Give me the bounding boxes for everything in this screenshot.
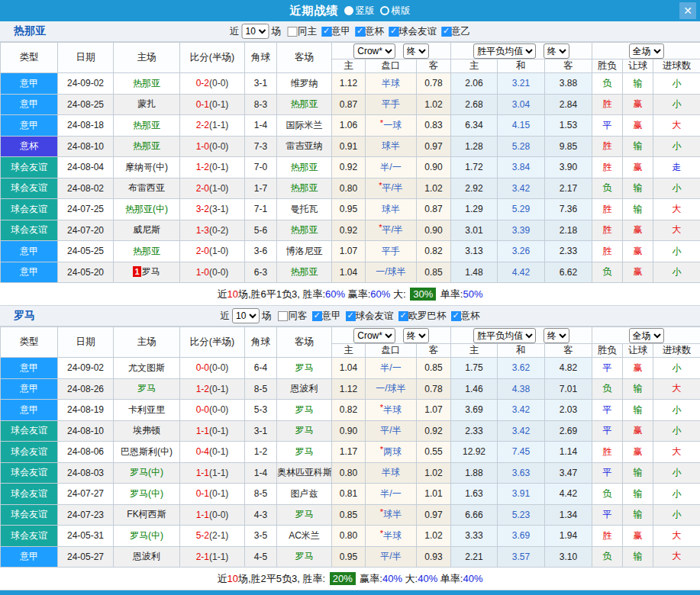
avg-time-select[interactable]: 终 — [544, 43, 569, 59]
match-row: 意甲24-05-25热那亚2-0(1-0)3-6博洛尼亚1.07平手0.823.… — [1, 241, 700, 262]
col-header-away: 客场 — [277, 327, 332, 358]
section-header: 热那亚 近 10 场 同主 意甲 意杯 球会友谊 意乙 — [0, 21, 700, 42]
avg-away: 9.85 — [545, 136, 592, 157]
result-cell: 平 — [592, 400, 623, 421]
match-count-select[interactable]: 10 — [232, 308, 260, 323]
panel-title: 近期战绩 — [290, 4, 339, 18]
odds-away: 0.55 — [417, 442, 451, 463]
odds-home: 0.87 — [332, 94, 366, 115]
league-checkbox-1[interactable] — [346, 311, 356, 321]
corner-score: 8-5 — [245, 378, 277, 400]
league-checkbox-2[interactable] — [398, 311, 408, 321]
odds-away: 0.97 — [417, 504, 451, 526]
avg-draw: 4.15 — [498, 115, 545, 137]
away-team-cell: 热那亚 — [277, 220, 332, 241]
scope-select[interactable]: 全场 — [629, 328, 664, 343]
close-button[interactable]: ✕ — [679, 2, 696, 19]
avg-time-select[interactable]: 终 — [544, 328, 569, 343]
layout-vertical-option[interactable]: 竖版 — [344, 5, 375, 18]
odds-home: 1.06 — [332, 115, 366, 137]
league-badge: 意甲 — [1, 115, 58, 137]
goals-cell: 小 — [653, 400, 700, 421]
big-rate-badge: 30% — [410, 288, 436, 301]
summary-text: 60% — [370, 288, 390, 300]
match-row: 意甲24-08-18热那亚2-2(1-1)1-4国际米兰1.06*一球0.836… — [1, 115, 700, 137]
avg-draw: 3.26 — [498, 241, 545, 262]
avg-draw: 3.57 — [498, 546, 545, 568]
score-cell: 0-1(0-1) — [180, 94, 245, 115]
fulltime-score: 1-2 — [196, 162, 209, 172]
fulltime-score: 2-1 — [196, 552, 209, 562]
col-header-result: 胜负 — [592, 344, 623, 358]
handicap: 平手 — [366, 241, 417, 262]
col-header-odds-home: 主 — [332, 344, 366, 358]
odds-time-select[interactable]: 终 — [403, 43, 429, 59]
handicap: 半球 — [366, 73, 417, 95]
away-team-cell: 罗马 — [277, 442, 332, 463]
avg-type-select[interactable]: 胜平负均值 — [473, 43, 536, 59]
away-team-cell: 热那亚 — [277, 262, 332, 283]
avg-home: 3.01 — [451, 220, 498, 241]
col-header-avg-away: 客 — [545, 60, 592, 73]
col-header-corner: 角球 — [245, 43, 277, 73]
match-date: 24-08-18 — [58, 115, 114, 137]
handicap: 半/一 — [366, 484, 417, 505]
match-count-select[interactable]: 10 — [242, 24, 269, 39]
home-team-cell: 威尼斯 — [114, 220, 180, 241]
match-date: 24-08-03 — [58, 462, 114, 484]
handicap: *半球 — [366, 526, 417, 547]
score-cell: 1-3(0-2) — [180, 220, 245, 241]
col-header-corner: 角球 — [245, 327, 277, 358]
league-label-0: 意甲 — [331, 25, 350, 38]
layout-horizontal-label: 横版 — [392, 5, 411, 18]
league-checkbox-3[interactable] — [451, 311, 461, 321]
league-badge: 球会友谊 — [1, 199, 58, 220]
match-row: 意甲24-08-26罗马1-2(0-1)8-5恩波利1.12一/球半0.781.… — [1, 378, 700, 400]
league-badge: 球会友谊 — [1, 526, 58, 547]
home-team-cell: 卡利亚里 — [114, 400, 180, 421]
same-venue-checkbox[interactable] — [287, 27, 297, 37]
col-header-handicap: 盘口 — [366, 344, 417, 358]
odds-away: 1.02 — [417, 526, 451, 547]
away-team-cell: 博洛尼亚 — [277, 241, 332, 262]
league-checkbox-0[interactable] — [312, 311, 322, 321]
league-checkbox-3[interactable] — [441, 27, 451, 37]
league-checkbox-2[interactable] — [389, 27, 398, 37]
match-row: 意甲24-08-19卡利亚里0-0(0-0)5-3罗马0.82*半球1.073.… — [1, 400, 700, 421]
odds-company-select[interactable]: Crow* — [353, 43, 395, 59]
goals-cell: 小 — [653, 420, 700, 442]
odds-company-select[interactable]: Crow* — [353, 328, 395, 343]
corner-score: 7-0 — [245, 157, 277, 178]
fulltime-score: 0-0 — [196, 404, 209, 415]
home-team-name: 威尼斯 — [133, 224, 160, 235]
star-icon: * — [379, 181, 382, 190]
avg-type-select[interactable]: 胜平负均值 — [473, 328, 536, 343]
avg-home: 3.69 — [451, 400, 498, 421]
layout-horizontal-option[interactable]: 横版 — [380, 5, 411, 18]
avg-away: 3.88 — [545, 73, 592, 95]
league-checkbox-0[interactable] — [321, 27, 331, 37]
corner-score: 8-3 — [245, 94, 277, 115]
scope-select[interactable]: 全场 — [629, 43, 664, 59]
same-venue-checkbox[interactable] — [278, 311, 288, 321]
goals-cell: 大 — [653, 220, 700, 241]
corner-score: 3-1 — [245, 73, 277, 95]
team-name: 罗马 — [14, 309, 35, 323]
avg-home: 1.88 — [451, 462, 498, 484]
away-team-cell: 雷吉亚纳 — [277, 136, 332, 157]
league-badge: 意甲 — [1, 546, 58, 568]
summary-text: 近 — [217, 572, 227, 586]
home-team-name: 卡利亚里 — [128, 404, 165, 415]
league-badge: 球会友谊 — [1, 462, 58, 484]
halftime-score: (3-1) — [209, 204, 228, 214]
halftime-score: (0-0) — [209, 510, 228, 520]
home-team-name: 恩波利 — [133, 551, 160, 561]
odds-time-select[interactable]: 终 — [403, 328, 429, 343]
fulltime-score: 1-1 — [196, 468, 209, 478]
away-team-name: 热那亚 — [291, 224, 318, 235]
halftime-score: (1-1) — [209, 468, 228, 478]
league-checkbox-1[interactable] — [355, 27, 365, 37]
result-group-header: 全场 — [592, 43, 700, 60]
odds-home: 0.95 — [332, 546, 366, 568]
match-date: 24-08-10 — [58, 420, 114, 442]
